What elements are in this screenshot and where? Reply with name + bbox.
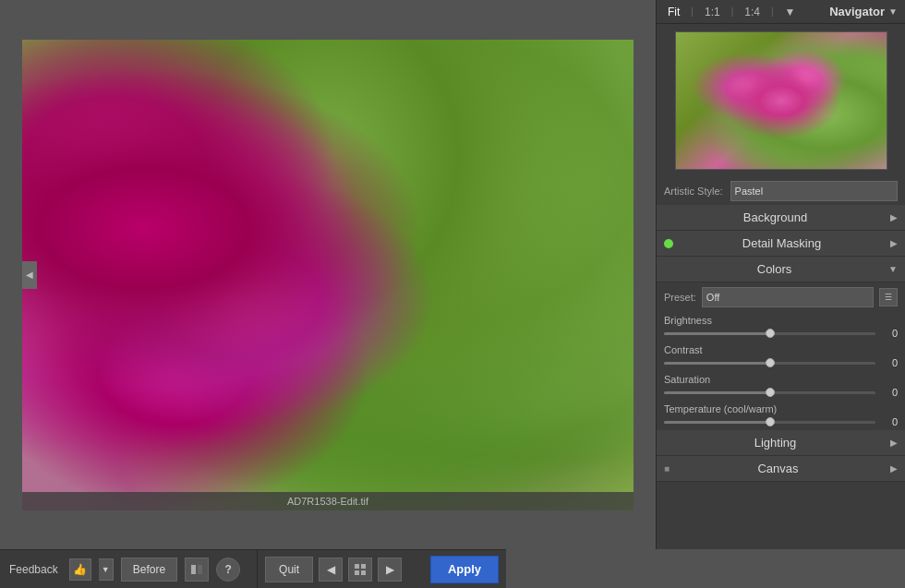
brightness-fill: [664, 332, 770, 335]
quit-btn[interactable]: Quit: [265, 557, 313, 582]
background-label: Background: [664, 210, 887, 224]
artistic-style-select[interactable]: Pastel Watercolor Oil Paint Sketch Impre…: [730, 181, 898, 201]
temperature-value: 0: [881, 416, 898, 427]
temperature-row: Temperature (cool/warm) 0: [657, 401, 905, 430]
saturation-control: 0: [664, 387, 898, 398]
canvas-label: Canvas: [670, 462, 887, 475]
svg-rect-3: [361, 564, 366, 569]
zoom-1-1-btn[interactable]: 1:1: [701, 4, 724, 20]
detail-masking-label: Detail Masking: [677, 236, 887, 250]
image-container: ◀ AD7R1538-Edit.tif: [22, 40, 634, 510]
temperature-label: Temperature (cool/warm): [664, 403, 898, 414]
feedback-dropdown-btn[interactable]: ▼: [99, 558, 114, 581]
thumb-image: [676, 32, 887, 169]
feedback-label: Feedback: [9, 563, 58, 576]
preset-row: Preset: Off Vivid Muted Vintage B&W ☰: [657, 282, 905, 312]
navigator-thumbnail: [675, 31, 887, 170]
contrast-thumb[interactable]: [766, 358, 775, 367]
contrast-fill: [664, 362, 770, 365]
compare-icon: [190, 563, 203, 576]
detail-masking-arrow: ▶: [890, 238, 898, 248]
artistic-style-label: Artistic Style:: [664, 186, 723, 197]
right-bottom-toolbar: Quit ◀ ▶ Apply: [257, 549, 506, 588]
contrast-row: Contrast 0: [657, 342, 905, 371]
contrast-value: 0: [881, 357, 898, 368]
full-bottom-bar: Feedback 👍 ▼ Before ? Quit ◀ ▶ Apply: [0, 549, 905, 588]
before-btn[interactable]: Before: [121, 558, 177, 582]
temperature-control: 0: [664, 416, 898, 427]
nav-back-btn[interactable]: ◀: [319, 558, 343, 582]
svg-rect-5: [361, 570, 366, 575]
canvas-section-header[interactable]: ■ Canvas ▶: [657, 456, 905, 482]
preset-label: Preset:: [664, 292, 696, 303]
zoom-fit-btn[interactable]: Fit: [664, 4, 683, 20]
svg-rect-1: [198, 565, 202, 574]
filename-bar: AD7R1538-Edit.tif: [22, 492, 634, 510]
preset-menu-btn[interactable]: ☰: [879, 288, 898, 306]
bottom-toolbar: Feedback 👍 ▼ Before ?: [0, 549, 257, 588]
saturation-row: Saturation 0: [657, 371, 905, 401]
zoom-1-4-btn[interactable]: 1:4: [741, 4, 764, 20]
preset-select[interactable]: Off Vivid Muted Vintage B&W: [702, 287, 874, 307]
navigator-header: Fit | 1:1 | 1:4 | ▼ Navigator ▼: [657, 0, 905, 24]
temperature-slider[interactable]: [664, 421, 875, 424]
contrast-slider[interactable]: [664, 362, 875, 365]
nav-fwd-btn[interactable]: ▶: [378, 558, 402, 582]
feedback-thumbs-up-btn[interactable]: 👍: [69, 558, 91, 581]
zoom-buttons: Fit | 1:1 | 1:4 | ▼: [664, 4, 829, 20]
brightness-control: 0: [664, 328, 898, 339]
main-image: [22, 40, 634, 510]
filename-label: AD7R1538-Edit.tif: [287, 496, 368, 507]
canvas-area: ◀ AD7R1538-Edit.tif: [0, 0, 656, 549]
right-panel: Fit | 1:1 | 1:4 | ▼ Navigator ▼ Artistic…: [656, 0, 905, 549]
contrast-label: Contrast: [664, 344, 898, 355]
svg-rect-2: [355, 564, 359, 569]
saturation-fill: [664, 391, 770, 394]
lighting-arrow: ▶: [890, 438, 898, 448]
brightness-value: 0: [881, 328, 898, 339]
background-arrow: ▶: [890, 212, 898, 222]
saturation-label: Saturation: [664, 374, 898, 385]
colors-label: Colors: [664, 262, 885, 276]
navigator-title: Navigator: [829, 5, 885, 18]
brightness-label: Brightness: [664, 315, 898, 326]
artistic-style-row: Artistic Style: Pastel Watercolor Oil Pa…: [657, 177, 905, 205]
grid-icon: [355, 564, 366, 575]
help-btn[interactable]: ?: [216, 558, 240, 582]
saturation-value: 0: [881, 387, 898, 398]
contrast-control: 0: [664, 357, 898, 368]
brightness-slider[interactable]: [664, 332, 875, 335]
saturation-slider[interactable]: [664, 391, 875, 394]
zoom-dropdown-btn[interactable]: ▼: [781, 4, 800, 20]
canvas-arrow: ▶: [890, 463, 898, 474]
brightness-row: Brightness 0: [657, 312, 905, 342]
svg-rect-0: [191, 565, 196, 574]
colors-arrow: ▼: [888, 264, 898, 274]
lighting-label: Lighting: [664, 436, 887, 450]
grid-view-btn[interactable]: [348, 558, 372, 582]
compare-view-btn[interactable]: [185, 558, 209, 582]
left-arrow-btn[interactable]: ◀: [22, 261, 37, 289]
navigator-collapse-arrow[interactable]: ▼: [888, 6, 898, 17]
lighting-section-header[interactable]: Lighting ▶: [657, 430, 905, 456]
detail-masking-section-header[interactable]: Detail Masking ▶: [657, 231, 905, 257]
colors-section-header[interactable]: Colors ▼: [657, 257, 905, 282]
svg-rect-4: [355, 570, 359, 575]
saturation-thumb[interactable]: [766, 388, 775, 397]
temperature-fill: [664, 421, 770, 424]
background-section-header[interactable]: Background ▶: [657, 205, 905, 231]
apply-btn[interactable]: Apply: [430, 556, 499, 583]
temperature-thumb[interactable]: [766, 417, 775, 426]
detail-masking-dot: [664, 239, 673, 248]
colors-section-content: Preset: Off Vivid Muted Vintage B&W ☰ Br…: [657, 282, 905, 430]
brightness-thumb[interactable]: [766, 329, 775, 338]
